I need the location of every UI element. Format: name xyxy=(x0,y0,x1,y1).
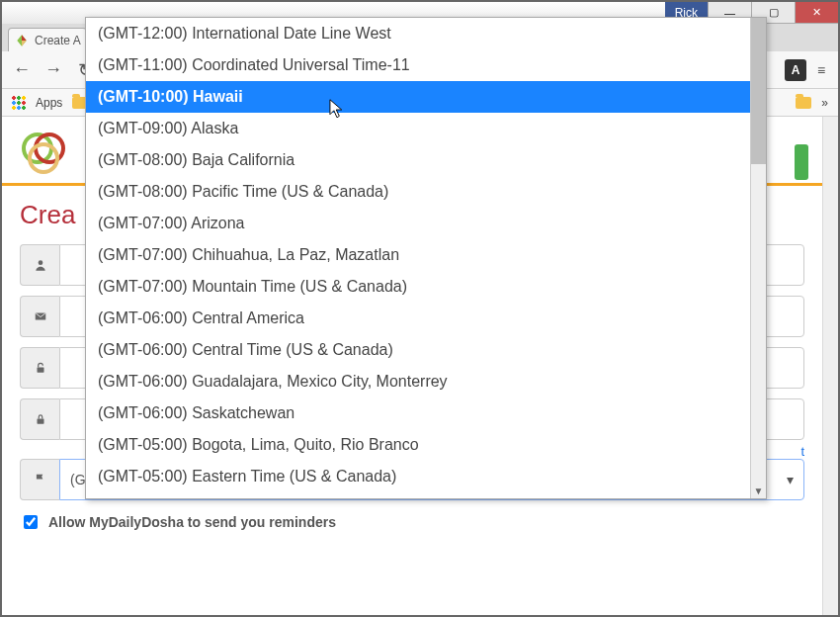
forward-button[interactable]: → xyxy=(40,56,67,84)
overflow-button[interactable]: » xyxy=(821,96,828,110)
close-button[interactable]: ✕ xyxy=(795,2,838,24)
apps-icon[interactable] xyxy=(12,96,26,110)
tab-label: Create A xyxy=(35,34,81,47)
timezone-option[interactable]: (GMT-08:00) Pacific Time (US & Canada) xyxy=(86,176,750,208)
timezone-dropdown-list[interactable]: (GMT-12:00) International Date Line West… xyxy=(86,18,750,498)
angular-shield-icon: A xyxy=(785,59,806,81)
lock-open-icon xyxy=(20,347,59,389)
timezone-option[interactable]: (GMT-09:00) Alaska xyxy=(86,113,750,144)
flag-icon xyxy=(20,459,59,500)
timezone-option[interactable]: (GMT-11:00) Coordinated Universal Time-1… xyxy=(86,49,750,81)
timezone-option[interactable]: (GMT-06:00) Guadalajara, Mexico City, Mo… xyxy=(86,366,750,397)
green-button-edge xyxy=(795,144,808,180)
folder-icon-right[interactable] xyxy=(796,97,811,109)
user-icon xyxy=(20,244,59,286)
timezone-option[interactable]: (GMT-07:00) Mountain Time (US & Canada) xyxy=(86,271,750,303)
site-logo xyxy=(20,127,67,174)
timezone-option[interactable]: (GMT-08:00) Baja California xyxy=(86,144,750,176)
svg-rect-5 xyxy=(37,367,43,372)
timezone-option[interactable]: (GMT-06:00) Central Time (US & Canada) xyxy=(86,334,750,366)
tab-create-account[interactable]: Create A xyxy=(8,28,87,51)
timezone-option[interactable]: (GMT-07:00) Arizona xyxy=(86,208,750,239)
chevron-down-icon: ▾ xyxy=(787,472,794,487)
hamburger-menu-icon[interactable]: ≡ xyxy=(810,59,832,81)
svg-rect-6 xyxy=(37,418,43,423)
timezone-option[interactable]: (GMT-05:00) Bogota, Lima, Quito, Rio Bra… xyxy=(86,429,750,461)
favicon-icon xyxy=(15,34,29,47)
lock-icon xyxy=(20,398,59,440)
timezone-option[interactable]: (GMT-12:00) International Date Line West xyxy=(86,18,750,49)
reminders-checkbox[interactable] xyxy=(24,515,38,529)
svg-point-3 xyxy=(38,260,42,265)
dropdown-scrollbar[interactable]: ▼ xyxy=(750,18,766,498)
envelope-icon xyxy=(20,296,59,337)
timezone-option[interactable]: (GMT-07:00) Chihuahua, La Paz, Mazatlan xyxy=(86,239,750,271)
scrollbar-thumb[interactable] xyxy=(751,18,766,164)
back-button[interactable]: ← xyxy=(8,56,36,84)
apps-label[interactable]: Apps xyxy=(36,96,62,110)
timezone-dropdown[interactable]: (GMT-12:00) International Date Line West… xyxy=(85,17,767,499)
page-scrollbar[interactable] xyxy=(822,117,838,615)
reminders-checkbox-row[interactable]: Allow MyDailyDosha to send you reminders xyxy=(20,512,804,532)
scroll-down-arrow[interactable]: ▼ xyxy=(751,483,766,498)
timezone-option[interactable]: (GMT-05:00) Indiana (East) xyxy=(86,492,750,498)
timezone-option[interactable]: (GMT-06:00) Central America xyxy=(86,303,750,334)
timezone-option[interactable]: (GMT-10:00) Hawaii xyxy=(86,81,750,113)
reminders-label: Allow MyDailyDosha to send you reminders xyxy=(48,514,336,530)
timezone-option[interactable]: (GMT-05:00) Eastern Time (US & Canada) xyxy=(86,461,750,492)
timezone-option[interactable]: (GMT-06:00) Saskatchewan xyxy=(86,397,750,429)
svg-point-2 xyxy=(30,144,57,172)
